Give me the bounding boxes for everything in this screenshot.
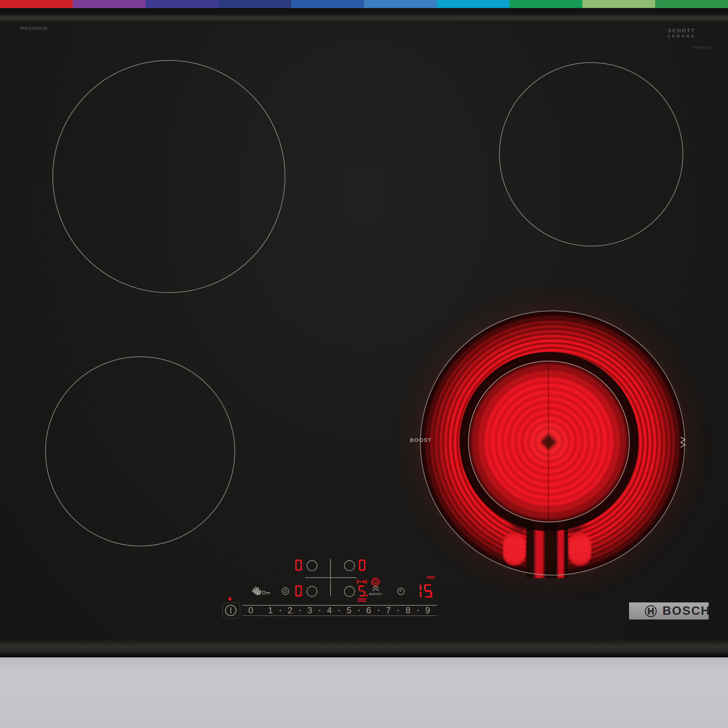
print-code: 9001611823 [673, 46, 712, 49]
zone-select-top-right[interactable] [344, 560, 355, 571]
slider-level-4[interactable]: 4 [327, 605, 332, 616]
slider-level-0[interactable]: 0 [248, 605, 253, 616]
burner-bottom-left [45, 356, 235, 546]
slider-level-7[interactable]: 7 [386, 605, 391, 616]
slider-level-1[interactable]: 1 [268, 605, 273, 616]
slider-level-2[interactable]: 2 [288, 605, 292, 616]
slider-dot [398, 610, 399, 611]
slider-dot [338, 610, 340, 611]
glass-brand-logo: SCHOTT CERAN® [652, 28, 712, 38]
glass-brand-line1: SCHOTT [652, 28, 712, 34]
stripe-segment-1 [73, 0, 145, 8]
zone-select-bottom-left[interactable] [306, 586, 317, 597]
slider-dot [299, 610, 301, 611]
bosch-logo-plaque: BOSCH [629, 603, 709, 619]
power-indicator-dot [228, 597, 231, 601]
hob-bottom-edge [0, 639, 728, 658]
bosch-logo-text: BOSCH [662, 604, 711, 618]
stripe-segment-4 [291, 0, 364, 8]
slider-level-8[interactable]: 8 [405, 605, 410, 616]
timer-display [413, 584, 432, 598]
slider-dot [280, 610, 281, 611]
slider-level-6[interactable]: 6 [366, 605, 371, 616]
zone-select-bottom-right[interactable] [344, 586, 355, 597]
hand-icon [252, 587, 262, 595]
zone-selector-divider-h [305, 577, 356, 578]
stripe-segment-7 [509, 0, 583, 8]
stripe-segment-8 [583, 0, 655, 8]
hob-top-edge [0, 8, 728, 23]
child-lock-key[interactable] [251, 586, 271, 597]
timer-unit-label: min [422, 575, 434, 580]
zone-select-top-left[interactable] [306, 560, 317, 571]
boost-key-label[interactable]: BOOST [366, 592, 385, 596]
power-button[interactable] [225, 604, 237, 616]
bosch-symbol-icon [644, 605, 658, 618]
extended-zone-bar-2 [358, 601, 366, 602]
slider-dot [378, 610, 379, 611]
glass-brand-line2: CERAN® [652, 34, 712, 38]
slider-level-9[interactable]: 9 [425, 605, 430, 616]
zone-indicator-icon [281, 586, 290, 596]
stripe-segment-9 [655, 0, 728, 8]
power-level-slider[interactable]: 0123456789 [242, 605, 437, 616]
model-number: PKF675FP2E [20, 26, 48, 31]
zone-display-bottom-right [359, 585, 365, 596]
burner-top-left [52, 60, 285, 293]
boost-zone-label: BOOST [410, 437, 431, 443]
bridge-zone-icon[interactable] [357, 579, 367, 584]
countertop [0, 658, 728, 728]
stripe-segment-2 [145, 0, 219, 8]
burner-top-right [499, 62, 683, 246]
zone-display-top-left [295, 560, 302, 571]
stripe-segment-3 [219, 0, 291, 8]
stripe-segment-0 [0, 0, 73, 8]
slider-dot [358, 610, 359, 611]
slider-dot [319, 610, 320, 611]
zone-display-top-right [359, 560, 366, 571]
brand-color-stripe [0, 0, 728, 8]
zone-display-bottom-left [295, 585, 302, 596]
slider-dot [417, 610, 419, 611]
timer-clock-icon[interactable] [397, 587, 405, 595]
extended-zone-bar-1 [358, 598, 366, 600]
stripe-segment-5 [364, 0, 437, 8]
boost-key-chevrons-icon[interactable] [372, 585, 380, 592]
extend-zone-chevrons-icon [679, 436, 687, 448]
cooktop-product-image: PKF675FP2E SCHOTT CERAN® 9001611823 BOOS… [0, 0, 728, 728]
stripe-segment-6 [437, 0, 509, 8]
slider-level-3[interactable]: 3 [307, 605, 312, 616]
burner-bottom-right-outline [420, 310, 685, 575]
key-icon [262, 591, 270, 594]
slider-level-5[interactable]: 5 [347, 605, 351, 616]
